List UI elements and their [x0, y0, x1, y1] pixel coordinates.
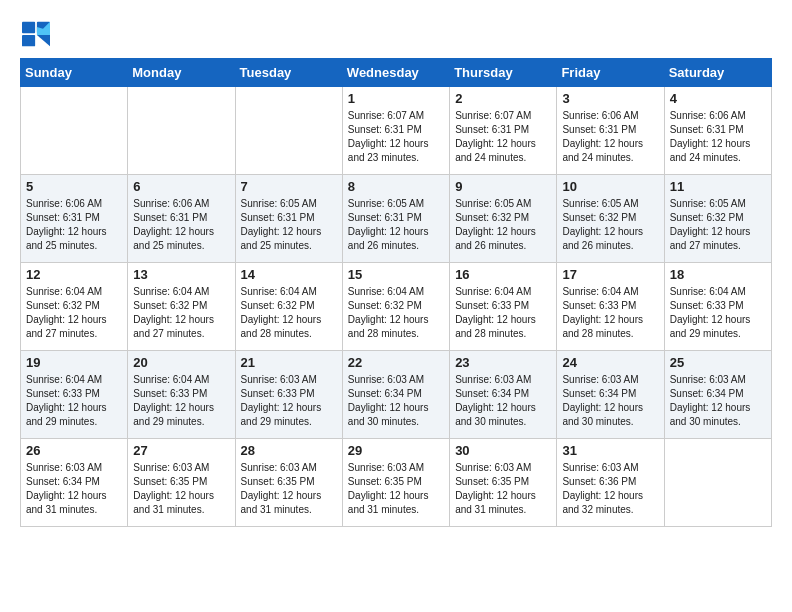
day-number: 22: [348, 355, 444, 370]
cell-content: Sunrise: 6:06 AM Sunset: 6:31 PM Dayligh…: [133, 197, 229, 253]
day-header: Thursday: [450, 59, 557, 87]
logo: [20, 20, 56, 48]
calendar-cell: 20Sunrise: 6:04 AM Sunset: 6:33 PM Dayli…: [128, 351, 235, 439]
cell-content: Sunrise: 6:04 AM Sunset: 6:32 PM Dayligh…: [348, 285, 444, 341]
cell-content: Sunrise: 6:03 AM Sunset: 6:34 PM Dayligh…: [348, 373, 444, 429]
calendar-cell: [664, 439, 771, 527]
day-number: 24: [562, 355, 658, 370]
calendar-cell: 17Sunrise: 6:04 AM Sunset: 6:33 PM Dayli…: [557, 263, 664, 351]
day-number: 1: [348, 91, 444, 106]
calendar-cell: 12Sunrise: 6:04 AM Sunset: 6:32 PM Dayli…: [21, 263, 128, 351]
calendar-cell: 15Sunrise: 6:04 AM Sunset: 6:32 PM Dayli…: [342, 263, 449, 351]
day-number: 17: [562, 267, 658, 282]
calendar-cell: 8Sunrise: 6:05 AM Sunset: 6:31 PM Daylig…: [342, 175, 449, 263]
day-number: 27: [133, 443, 229, 458]
calendar-cell: 16Sunrise: 6:04 AM Sunset: 6:33 PM Dayli…: [450, 263, 557, 351]
cell-content: Sunrise: 6:03 AM Sunset: 6:36 PM Dayligh…: [562, 461, 658, 517]
calendar-cell: 5Sunrise: 6:06 AM Sunset: 6:31 PM Daylig…: [21, 175, 128, 263]
calendar-cell: 21Sunrise: 6:03 AM Sunset: 6:33 PM Dayli…: [235, 351, 342, 439]
calendar-cell: 2Sunrise: 6:07 AM Sunset: 6:31 PM Daylig…: [450, 87, 557, 175]
day-number: 5: [26, 179, 122, 194]
cell-content: Sunrise: 6:05 AM Sunset: 6:32 PM Dayligh…: [670, 197, 766, 253]
day-number: 21: [241, 355, 337, 370]
calendar-cell: 13Sunrise: 6:04 AM Sunset: 6:32 PM Dayli…: [128, 263, 235, 351]
cell-content: Sunrise: 6:07 AM Sunset: 6:31 PM Dayligh…: [348, 109, 444, 165]
calendar-cell: 22Sunrise: 6:03 AM Sunset: 6:34 PM Dayli…: [342, 351, 449, 439]
day-header: Friday: [557, 59, 664, 87]
calendar-week-row: 12Sunrise: 6:04 AM Sunset: 6:32 PM Dayli…: [21, 263, 772, 351]
calendar-cell: 6Sunrise: 6:06 AM Sunset: 6:31 PM Daylig…: [128, 175, 235, 263]
calendar-cell: 10Sunrise: 6:05 AM Sunset: 6:32 PM Dayli…: [557, 175, 664, 263]
day-number: 12: [26, 267, 122, 282]
calendar-week-row: 5Sunrise: 6:06 AM Sunset: 6:31 PM Daylig…: [21, 175, 772, 263]
day-number: 7: [241, 179, 337, 194]
cell-content: Sunrise: 6:03 AM Sunset: 6:35 PM Dayligh…: [241, 461, 337, 517]
cell-content: Sunrise: 6:04 AM Sunset: 6:33 PM Dayligh…: [133, 373, 229, 429]
day-number: 8: [348, 179, 444, 194]
day-number: 2: [455, 91, 551, 106]
cell-content: Sunrise: 6:07 AM Sunset: 6:31 PM Dayligh…: [455, 109, 551, 165]
cell-content: Sunrise: 6:04 AM Sunset: 6:32 PM Dayligh…: [26, 285, 122, 341]
calendar-cell: [235, 87, 342, 175]
day-header: Saturday: [664, 59, 771, 87]
header: [20, 20, 772, 48]
cell-content: Sunrise: 6:05 AM Sunset: 6:31 PM Dayligh…: [348, 197, 444, 253]
calendar-cell: [21, 87, 128, 175]
day-number: 11: [670, 179, 766, 194]
calendar-cell: 24Sunrise: 6:03 AM Sunset: 6:34 PM Dayli…: [557, 351, 664, 439]
day-header: Wednesday: [342, 59, 449, 87]
cell-content: Sunrise: 6:06 AM Sunset: 6:31 PM Dayligh…: [670, 109, 766, 165]
day-number: 23: [455, 355, 551, 370]
cell-content: Sunrise: 6:03 AM Sunset: 6:35 PM Dayligh…: [348, 461, 444, 517]
cell-content: Sunrise: 6:03 AM Sunset: 6:35 PM Dayligh…: [133, 461, 229, 517]
cell-content: Sunrise: 6:03 AM Sunset: 6:34 PM Dayligh…: [455, 373, 551, 429]
day-number: 14: [241, 267, 337, 282]
calendar-cell: 28Sunrise: 6:03 AM Sunset: 6:35 PM Dayli…: [235, 439, 342, 527]
calendar-week-row: 26Sunrise: 6:03 AM Sunset: 6:34 PM Dayli…: [21, 439, 772, 527]
calendar-cell: [128, 87, 235, 175]
day-number: 15: [348, 267, 444, 282]
day-number: 10: [562, 179, 658, 194]
cell-content: Sunrise: 6:03 AM Sunset: 6:34 PM Dayligh…: [26, 461, 122, 517]
page-container: SundayMondayTuesdayWednesdayThursdayFrid…: [0, 0, 792, 537]
logo-icon: [20, 20, 52, 48]
calendar-cell: 14Sunrise: 6:04 AM Sunset: 6:32 PM Dayli…: [235, 263, 342, 351]
cell-content: Sunrise: 6:03 AM Sunset: 6:33 PM Dayligh…: [241, 373, 337, 429]
day-number: 6: [133, 179, 229, 194]
calendar-week-row: 19Sunrise: 6:04 AM Sunset: 6:33 PM Dayli…: [21, 351, 772, 439]
cell-content: Sunrise: 6:04 AM Sunset: 6:33 PM Dayligh…: [670, 285, 766, 341]
svg-rect-2: [22, 35, 35, 46]
day-number: 9: [455, 179, 551, 194]
svg-rect-0: [22, 22, 35, 33]
calendar-cell: 7Sunrise: 6:05 AM Sunset: 6:31 PM Daylig…: [235, 175, 342, 263]
calendar-cell: 30Sunrise: 6:03 AM Sunset: 6:35 PM Dayli…: [450, 439, 557, 527]
cell-content: Sunrise: 6:04 AM Sunset: 6:32 PM Dayligh…: [241, 285, 337, 341]
calendar-table: SundayMondayTuesdayWednesdayThursdayFrid…: [20, 58, 772, 527]
calendar-cell: 23Sunrise: 6:03 AM Sunset: 6:34 PM Dayli…: [450, 351, 557, 439]
cell-content: Sunrise: 6:06 AM Sunset: 6:31 PM Dayligh…: [562, 109, 658, 165]
day-number: 30: [455, 443, 551, 458]
calendar-cell: 31Sunrise: 6:03 AM Sunset: 6:36 PM Dayli…: [557, 439, 664, 527]
cell-content: Sunrise: 6:03 AM Sunset: 6:34 PM Dayligh…: [562, 373, 658, 429]
cell-content: Sunrise: 6:05 AM Sunset: 6:32 PM Dayligh…: [455, 197, 551, 253]
day-number: 18: [670, 267, 766, 282]
day-number: 20: [133, 355, 229, 370]
calendar-cell: 1Sunrise: 6:07 AM Sunset: 6:31 PM Daylig…: [342, 87, 449, 175]
svg-marker-3: [37, 35, 50, 46]
cell-content: Sunrise: 6:04 AM Sunset: 6:33 PM Dayligh…: [26, 373, 122, 429]
cell-content: Sunrise: 6:04 AM Sunset: 6:33 PM Dayligh…: [455, 285, 551, 341]
cell-content: Sunrise: 6:03 AM Sunset: 6:34 PM Dayligh…: [670, 373, 766, 429]
calendar-header-row: SundayMondayTuesdayWednesdayThursdayFrid…: [21, 59, 772, 87]
calendar-cell: 9Sunrise: 6:05 AM Sunset: 6:32 PM Daylig…: [450, 175, 557, 263]
day-header: Sunday: [21, 59, 128, 87]
calendar-cell: 27Sunrise: 6:03 AM Sunset: 6:35 PM Dayli…: [128, 439, 235, 527]
day-number: 25: [670, 355, 766, 370]
cell-content: Sunrise: 6:03 AM Sunset: 6:35 PM Dayligh…: [455, 461, 551, 517]
day-header: Tuesday: [235, 59, 342, 87]
calendar-week-row: 1Sunrise: 6:07 AM Sunset: 6:31 PM Daylig…: [21, 87, 772, 175]
calendar-cell: 3Sunrise: 6:06 AM Sunset: 6:31 PM Daylig…: [557, 87, 664, 175]
day-number: 26: [26, 443, 122, 458]
calendar-cell: 11Sunrise: 6:05 AM Sunset: 6:32 PM Dayli…: [664, 175, 771, 263]
calendar-cell: 4Sunrise: 6:06 AM Sunset: 6:31 PM Daylig…: [664, 87, 771, 175]
cell-content: Sunrise: 6:04 AM Sunset: 6:32 PM Dayligh…: [133, 285, 229, 341]
